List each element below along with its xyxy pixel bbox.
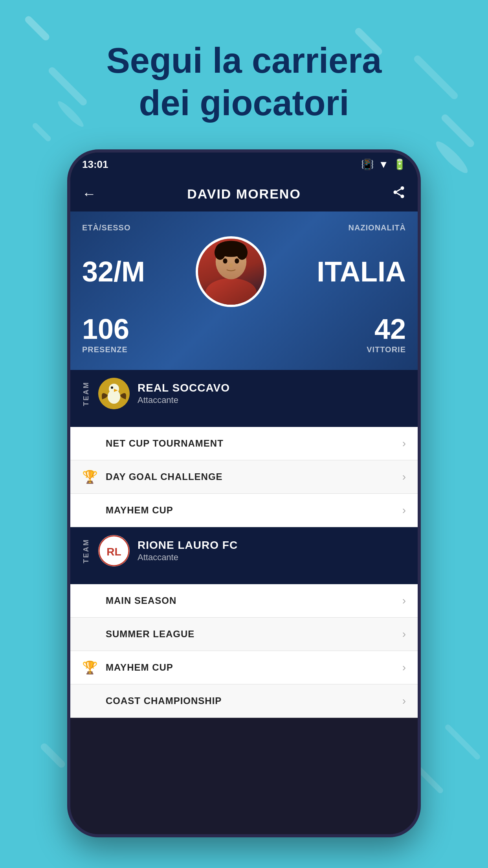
svg-point-31 — [111, 386, 113, 389]
presences-label: PRESENZE — [82, 345, 128, 354]
chevron-right-icon: › — [402, 695, 406, 707]
team1-logo — [98, 378, 130, 409]
tournament-name-2: DAY GOAL CHALLENGE — [106, 471, 402, 482]
age-label: ETÀ/SESSO — [82, 223, 130, 232]
nationality-label: NAZIONALITÀ — [348, 223, 406, 232]
player-avatar — [196, 236, 266, 307]
phone-frame: 13:01 📳 ▼ 🔋 ← DAVID MORENO ETÀ/SESSO NA — [67, 149, 421, 837]
svg-point-14 — [394, 190, 397, 194]
chevron-right-icon: › — [402, 594, 406, 607]
svg-point-23 — [237, 245, 248, 260]
wifi-icon: ▼ — [378, 158, 389, 171]
team2-info: RIONE LAURO FC Attaccante — [138, 539, 406, 563]
divider-triangle — [232, 417, 256, 427]
tournament-item[interactable]: NET CUP TOURNAMENT › — [70, 427, 418, 460]
svg-point-26 — [229, 263, 233, 267]
page-header: Segui la carriera dei giocatori — [0, 39, 488, 124]
team2-logo: RL — [98, 535, 130, 566]
vibrate-icon: 📳 — [361, 158, 374, 171]
tournament-item[interactable]: MAYHEM CUP › — [70, 494, 418, 527]
team1-section: TEAM REAL SO — [70, 370, 418, 417]
team2-role: Attaccante — [138, 552, 406, 563]
team2-name: RIONE LAURO FC — [138, 539, 406, 552]
tournament-item[interactable]: 🏆 DAY GOAL CHALLENGE › — [70, 460, 418, 494]
presences-value: 106 — [82, 315, 129, 343]
team2-label: TEAM — [82, 539, 90, 563]
team1-info: REAL SOCCAVO Attaccante — [138, 382, 406, 405]
tournament-icon-5 — [82, 626, 98, 642]
nationality-value: ITALIA — [317, 257, 406, 286]
header-line1: Segui la carriera — [106, 41, 382, 80]
status-icons: 📳 ▼ 🔋 — [361, 158, 406, 171]
svg-point-22 — [215, 245, 226, 260]
trophy-icon: 🏆 — [82, 469, 98, 485]
chevron-right-icon: › — [402, 628, 406, 640]
svg-text:RL: RL — [106, 546, 121, 558]
tournament-name-3: MAYHEM CUP — [106, 505, 402, 516]
team1-label: TEAM — [82, 381, 90, 406]
divider-triangle-2 — [232, 574, 256, 584]
battery-icon: 🔋 — [393, 158, 406, 171]
svg-rect-9 — [39, 742, 66, 769]
tournament-list-2: MAIN SEASON › SUMMER LEAGUE › 🏆 MAYHEM C… — [70, 584, 418, 718]
team1-name: REAL SOCCAVO — [138, 382, 406, 394]
svg-point-13 — [401, 186, 404, 190]
chevron-right-icon: › — [402, 471, 406, 483]
trophy-icon-2: 🏆 — [82, 660, 98, 675]
back-button[interactable]: ← — [82, 186, 96, 202]
tournament-name-6: MAYHEM CUP — [106, 662, 402, 673]
team1-role: Attaccante — [138, 395, 406, 405]
status-bar: 13:01 📳 ▼ 🔋 — [70, 153, 418, 176]
tournament-icon-3 — [82, 502, 98, 518]
svg-point-18 — [205, 278, 257, 305]
svg-rect-12 — [444, 723, 481, 761]
tournament-name-4: MAIN SEASON — [106, 595, 402, 606]
svg-line-17 — [397, 189, 401, 191]
tournament-icon-1 — [82, 436, 98, 451]
tournament-name-7: COAST CHAMPIONSHIP — [106, 695, 402, 706]
tournament-icon-7 — [82, 693, 98, 709]
svg-rect-6 — [31, 122, 52, 142]
tournament-name-5: SUMMER LEAGUE — [106, 629, 402, 640]
status-time: 13:01 — [82, 158, 108, 171]
share-button[interactable] — [392, 185, 406, 203]
victories-value: 42 — [374, 315, 406, 343]
chevron-right-icon: › — [402, 504, 406, 517]
app-content: ETÀ/SESSO NAZIONALITÀ 32/M — [70, 211, 418, 837]
svg-point-24 — [223, 258, 227, 263]
victories-label: VITTORIE — [367, 345, 406, 354]
tournament-icon-4 — [82, 593, 98, 609]
player-stats-section: ETÀ/SESSO NAZIONALITÀ 32/M — [70, 211, 418, 370]
player-name-title: DAVID MORENO — [187, 186, 301, 202]
app-header: ← DAVID MORENO — [70, 176, 418, 211]
team2-section: TEAM RL RIONE LAURO FC Attaccante — [70, 527, 418, 574]
tournament-list-1: NET CUP TOURNAMENT › 🏆 DAY GOAL CHALLENG… — [70, 427, 418, 527]
svg-rect-1 — [24, 15, 51, 42]
svg-point-7 — [433, 138, 471, 177]
tournament-item[interactable]: 🏆 MAYHEM CUP › — [70, 651, 418, 684]
age-value: 32/M — [82, 257, 145, 286]
chevron-right-icon: › — [402, 661, 406, 674]
chevron-right-icon: › — [402, 437, 406, 450]
tournament-item[interactable]: COAST CHAMPIONSHIP › — [70, 684, 418, 718]
tournament-name-1: NET CUP TOURNAMENT — [106, 438, 402, 449]
svg-line-16 — [397, 193, 401, 195]
svg-point-15 — [401, 195, 404, 198]
header-line2: dei giocatori — [139, 83, 349, 123]
tournament-item[interactable]: SUMMER LEAGUE › — [70, 618, 418, 651]
svg-point-25 — [235, 258, 239, 263]
tournament-item[interactable]: MAIN SEASON › — [70, 584, 418, 618]
